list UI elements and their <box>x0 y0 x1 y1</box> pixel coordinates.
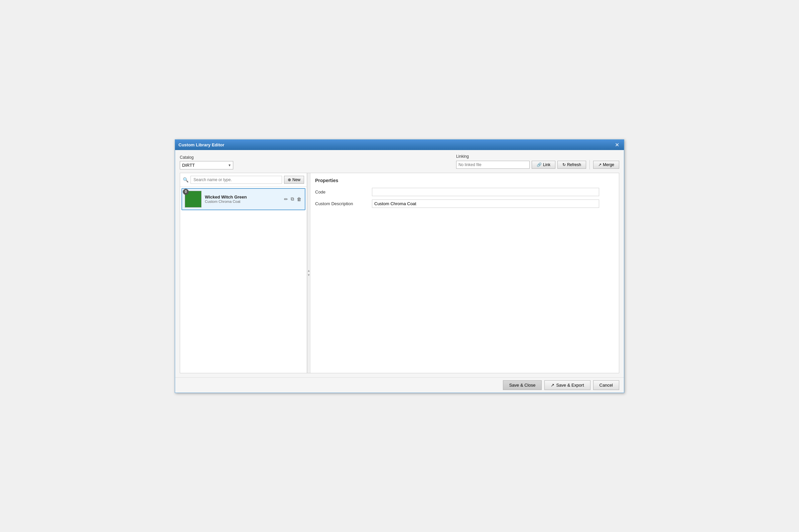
item-info: Wicked Witch Green Custom Chroma Coat <box>205 194 280 204</box>
refresh-button[interactable]: ↻ Refresh <box>557 161 586 169</box>
linking-group: Linking 🔗 Link ↻ Refresh ↗ <box>456 154 619 169</box>
link-icon: 🔗 <box>537 163 542 167</box>
linking-label: Linking <box>456 154 469 159</box>
new-button[interactable]: ⊕ New <box>284 176 304 184</box>
plus-icon: ⊕ <box>288 177 291 182</box>
save-export-button[interactable]: ↗ Save & Export <box>544 380 590 390</box>
custom-description-input[interactable] <box>372 200 599 208</box>
item-name: Wicked Witch Green <box>205 194 280 200</box>
merge-icon: ↗ <box>598 163 602 167</box>
window-title: Custom Library Editor <box>178 142 224 147</box>
delete-button[interactable]: 🗑 <box>296 195 302 203</box>
main-content: Catalog DIRTT Linking 🔗 Link <box>175 150 624 377</box>
item-badge: 0 <box>185 191 202 208</box>
item-actions: ✏ ⧉ 🗑 <box>283 195 302 203</box>
right-panel: Properties Code Custom Description <box>310 173 619 373</box>
refresh-icon: ↻ <box>563 163 566 167</box>
copy-button[interactable]: ⧉ <box>290 195 295 203</box>
save-close-button[interactable]: Save & Close <box>503 380 542 390</box>
catalog-section: Catalog DIRTT <box>180 155 233 169</box>
custom-description-row: Custom Description <box>315 200 614 208</box>
bottom-bar: Save & Close ↗ Save & Export Cancel <box>175 377 624 393</box>
linked-file-input[interactable] <box>456 161 530 169</box>
edit-button[interactable]: ✏ <box>283 195 289 203</box>
title-bar: Custom Library Editor ✕ <box>175 140 624 150</box>
code-row: Code <box>315 188 614 196</box>
linking-section: Linking 🔗 Link ↻ Refresh ↗ <box>456 154 619 169</box>
left-panel: 🔍 ⊕ New 0 Wicked Witc <box>180 173 307 373</box>
merge-button[interactable]: ↗ Merge <box>593 161 619 169</box>
close-button[interactable]: ✕ <box>613 142 621 148</box>
item-type: Custom Chroma Coat <box>205 200 280 204</box>
catalog-select-wrapper: DIRTT <box>180 161 233 169</box>
cancel-button[interactable]: Cancel <box>593 380 619 390</box>
custom-description-label: Custom Description <box>315 201 368 206</box>
catalog-label: Catalog <box>180 155 233 160</box>
code-label: Code <box>315 189 368 194</box>
custom-library-editor-window: Custom Library Editor ✕ Catalog DIRTT Li… <box>175 139 624 393</box>
main-area: 🔍 ⊕ New 0 Wicked Witc <box>180 173 619 373</box>
export-icon: ↗ <box>551 383 554 388</box>
catalog-dropdown[interactable]: DIRTT <box>180 161 233 169</box>
item-list: 0 Wicked Witch Green Custom Chroma Coat … <box>180 187 307 373</box>
properties-title: Properties <box>315 178 614 183</box>
link-button[interactable]: 🔗 Link <box>532 161 555 169</box>
search-input[interactable] <box>190 176 282 184</box>
search-bar: 🔍 ⊕ New <box>180 173 307 187</box>
divider <box>589 160 590 169</box>
list-item[interactable]: 0 Wicked Witch Green Custom Chroma Coat … <box>182 188 305 210</box>
top-row: Catalog DIRTT Linking 🔗 Link <box>180 154 619 169</box>
search-icon: 🔍 <box>183 177 189 183</box>
code-input[interactable] <box>372 188 599 196</box>
panel-splitter[interactable]: ▲ ▼ <box>307 173 310 373</box>
splitter-arrow-up: ▲ <box>307 269 310 272</box>
splitter-arrow-down: ▼ <box>307 273 310 277</box>
item-badge-number: 0 <box>183 189 189 195</box>
